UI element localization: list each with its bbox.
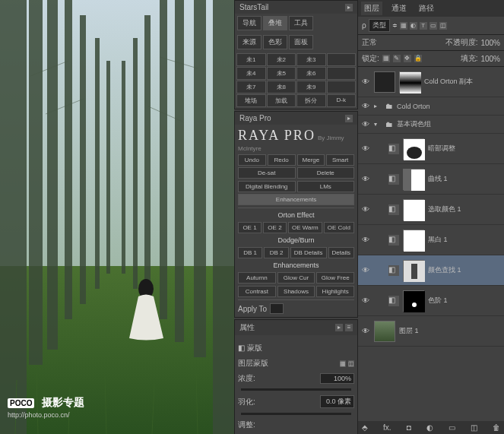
layer-mask[interactable] [403,290,424,312]
new-icon[interactable]: ◫ [471,423,477,432]
layer-name[interactable]: 图层 1 [399,326,501,336]
tab-layers[interactable]: 图层 [361,2,382,15]
st-cell[interactable]: 堆场 [236,94,266,107]
fill-input[interactable]: 100% [480,55,500,63]
raya-btn[interactable]: Smart [326,154,354,166]
layer-row[interactable]: 👁◧暗部调整 [358,134,504,164]
raya-btn[interactable]: Glow Cur [277,272,315,284]
apply-target[interactable] [270,303,284,314]
raya-btn[interactable]: Autumn [238,272,276,284]
raya-btn[interactable]: LMs [297,181,355,192]
visibility-icon[interactable]: 👁 [361,236,370,245]
collapse-icon[interactable]: ▸ [335,324,343,331]
st-cell[interactable]: 未7 [236,81,266,93]
layer-name[interactable]: 色阶 1 [428,296,501,306]
layer-name[interactable]: 选取颜色 1 [428,204,501,214]
filter-smart-icon[interactable]: ◫ [439,22,447,30]
fx-icon[interactable]: fx. [383,423,391,432]
fold-icon[interactable]: ▾ [374,121,382,128]
raya-btn[interactable]: Shadows [277,286,315,297]
fold-icon[interactable]: ▸ [374,103,382,109]
st-src[interactable]: 来源 [237,35,262,49]
st-cell[interactable]: D-k [327,94,357,107]
st-cell[interactable]: 未4 [236,67,266,80]
collapse-icon[interactable]: ▸ [345,115,353,122]
mask-icon[interactable]: ◘ [407,423,411,432]
visibility-icon[interactable]: 👁 [361,266,370,275]
layer-thumb[interactable] [374,71,395,93]
layer-mask[interactable] [403,138,424,160]
st-cell[interactable]: 未3 [296,53,326,66]
st-cell[interactable]: 未2 [267,53,296,66]
raya-btn[interactable]: Digital Blending [238,181,296,192]
menu-icon[interactable]: ≡ [345,324,353,331]
trash-icon[interactable]: 🗑 [493,423,500,432]
raya-btn[interactable]: Details [328,247,354,258]
mask-pixel-icon[interactable]: ▦ [340,360,346,367]
layer-name[interactable]: 颜色查找 1 [428,265,501,275]
group-icon[interactable]: ▭ [449,423,455,432]
st-cell[interactable] [327,53,357,66]
filter-type-icon[interactable]: T [420,22,427,30]
density-input[interactable]: 100% [320,373,354,384]
raya-btn[interactable]: Highlights [316,286,354,297]
layer-row[interactable]: 👁▸🖿Cold Orton [358,97,504,116]
raya-btn[interactable]: Merge [297,154,325,166]
visibility-icon[interactable]: 👁 [361,327,370,336]
raya-btn[interactable]: Redo [268,154,296,166]
st-cell[interactable]: 未5 [267,67,296,80]
lock-pixel-icon[interactable]: ✎ [393,55,401,62]
filter-kind[interactable]: 类型 [369,19,390,32]
raya-btn[interactable]: DB 2 [264,247,288,258]
raya-btn[interactable]: Undo [238,154,266,166]
st-tab-nav[interactable]: 导航 [237,16,262,30]
layer-row[interactable]: 👁◧颜色查找 1 [358,255,504,286]
filter-shape-icon[interactable]: ▭ [430,22,437,30]
raya-btn[interactable]: Contrast [238,286,276,297]
blend-mode[interactable]: 正常 [362,37,442,48]
lock-all-icon[interactable]: 🔒 [414,55,422,62]
feather-input[interactable]: 0.0 像素 [320,395,354,408]
tab-channels[interactable]: 通道 [388,2,410,15]
layer-name[interactable]: 黑白 1 [428,235,501,245]
layer-mask[interactable] [403,230,424,251]
st-cell[interactable]: 未1 [236,53,266,66]
layer-name[interactable]: Cold Orton [397,103,501,110]
layer-mask[interactable] [403,260,424,281]
layer-name[interactable]: Cold Orton 副本 [424,77,501,87]
layer-row[interactable]: 👁图层 1 [358,316,504,347]
lock-trans-icon[interactable]: ▦ [382,55,390,62]
raya-btn[interactable]: Enhancements [238,194,354,205]
visibility-icon[interactable]: 👁 [361,175,370,184]
layer-mask[interactable] [399,71,420,93]
visibility-icon[interactable]: 👁 [361,78,370,87]
layer-row[interactable]: 👁◧黑白 1 [358,225,504,255]
visibility-icon[interactable]: 👁 [361,102,370,111]
opacity-input[interactable]: 100% [480,39,500,47]
collapse-icon[interactable]: ▸ [345,4,353,11]
st-cell[interactable]: 未9 [296,81,326,93]
raya-btn[interactable]: OE 1 [238,222,262,233]
st-cell[interactable] [327,81,357,93]
filter-img-icon[interactable]: ▦ [400,22,407,30]
raya-btn[interactable]: Delete [297,167,355,179]
layer-row[interactable]: 👁Cold Orton 副本 [358,67,504,97]
raya-btn[interactable]: De-sat [238,167,296,179]
density-slider[interactable] [241,388,351,391]
filter-adj-icon[interactable]: ◐ [410,22,417,30]
layer-row[interactable]: 👁◧色阶 1 [358,286,504,316]
raya-btn[interactable]: DB 1 [238,247,262,258]
st-cell[interactable]: 拆分 [296,94,326,107]
layer-row[interactable]: 👁◧选取颜色 1 [358,195,504,225]
raya-btn[interactable]: Glow Free [316,272,354,284]
raya-btn[interactable]: OE Warm [288,222,322,233]
tab-paths[interactable]: 路径 [416,2,437,15]
layer-thumb[interactable] [374,321,395,342]
layer-name[interactable]: 曲线 1 [428,174,501,184]
raya-btn[interactable]: OE Cold [324,222,354,233]
layer-name[interactable]: 暗部调整 [428,144,501,154]
raya-btn[interactable]: DB Details [290,247,327,258]
st-cell[interactable]: 未6 [296,67,326,80]
st-color[interactable]: 色彩 [263,35,287,49]
visibility-icon[interactable]: 👁 [361,296,370,306]
